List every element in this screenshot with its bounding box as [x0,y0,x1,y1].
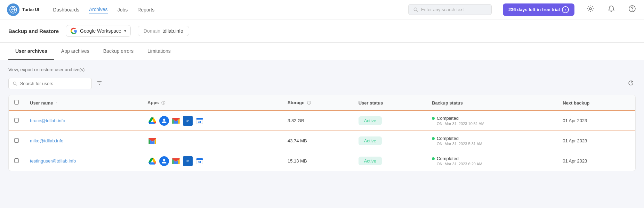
nav-jobs[interactable]: Jobs [118,6,128,14]
google-drive-icon-3 [147,156,157,166]
logo-area: Turbo UI [7,3,39,16]
storage-1: 3.82 GB [282,111,353,131]
help-button[interactable] [627,4,637,15]
search-placeholder: Enter any search text [421,7,464,12]
svg-point-3 [414,8,417,11]
google-slides-icon-3 [183,156,193,166]
next-backup-3: 01 Apr 2023 [557,151,635,171]
filter-icon [97,80,102,86]
google-contacts-icon [159,116,169,126]
sort-arrow-icon: ↑ [55,101,57,105]
workspace-chevron-icon: ▾ [124,28,126,33]
svg-line-9 [16,84,17,85]
backup-status-2: Completed ON: Mar 31, 2023 5:31 AM [432,136,552,146]
user-email-1[interactable]: bruce@tdllab.info [30,118,65,123]
upgrade-arrow-icon: ↑ [562,6,569,13]
svg-text:31: 31 [198,120,201,124]
backup-status-label-2: Completed [437,136,459,141]
google-drive-icon [147,116,157,126]
domain-value: tdllab.info [162,28,183,34]
google-calendar-icon-3: 31 [195,156,204,166]
bell-icon [608,5,615,12]
svg-point-7 [632,10,633,11]
backup-dot-icon-2 [432,137,435,140]
backup-dot-icon-3 [432,157,435,160]
tab-user-archives[interactable]: User archives [8,43,54,60]
google-logo [70,27,77,34]
content-subtitle: View, export or restore user archive(s) [8,67,636,72]
nav-archives[interactable]: Archives [89,5,108,14]
top-navigation: Turbo UI Dashboards Archives Jobs Report… [0,0,644,19]
trial-label: 236 days left in free trial [508,7,560,12]
next-backup-1: 01 Apr 2023 [557,111,635,131]
tab-limitations[interactable]: Limitations [140,43,178,60]
google-slides-icon [183,116,193,126]
table-row: bruce@tdllab.info [9,111,635,131]
tab-app-archives[interactable]: App archives [54,43,96,60]
row-checkbox-1[interactable] [14,118,19,123]
help-icon [629,5,636,12]
app-name: Turbo UI [22,7,39,12]
apps-list-1: 31 [147,116,276,126]
col-user-status: User status [353,95,426,111]
col-backup-status: Backup status [426,95,557,111]
backup-date-3: ON: Mar 31, 2023 6:29 AM [437,162,552,166]
backup-date-1: ON: Mar 31, 2023 10:51 AM [437,122,552,126]
nav-reports[interactable]: Reports [137,6,154,14]
nav-links: Dashboards Archives Jobs Reports [53,5,154,14]
backup-status-1: Completed ON: Mar 31, 2023 10:51 AM [432,116,552,126]
workspace-name: Google Workspace [80,28,121,34]
col-next-backup: Next backup [557,95,635,111]
col-apps: Apps ⓘ [142,95,282,111]
apps-info-icon[interactable]: ⓘ [161,101,165,105]
row-checkbox-2[interactable] [14,138,19,143]
settings-button[interactable] [586,4,595,15]
user-status-3: Active [359,157,382,165]
backup-restore-label: Backup and Restore [8,28,59,34]
backup-status-3: Completed ON: Mar 31, 2023 6:29 AM [432,156,552,166]
svg-rect-24 [187,161,188,162]
table-row: mike@tdllab.info [9,131,635,151]
users-table: User name ↑ Apps ⓘ Storage ⓘ User status… [8,95,636,171]
svg-point-5 [589,8,591,10]
svg-point-8 [13,82,16,84]
domain-box: Domaintdllab.info [138,26,189,36]
apps-list-2 [147,136,276,146]
refresh-button[interactable] [626,78,636,89]
global-search[interactable]: Enter any search text [408,4,492,15]
backup-status-label-1: Completed [437,116,459,121]
nav-dashboards[interactable]: Dashboards [53,6,79,14]
table-header-row: User name ↑ Apps ⓘ Storage ⓘ User status… [9,95,635,111]
svg-rect-14 [187,120,189,120]
backup-status-label-3: Completed [437,156,459,161]
gmail-icon-3 [171,156,181,166]
search-icon [13,81,17,86]
backup-dot-icon-1 [432,117,435,120]
user-status-2: Active [359,136,382,145]
storage-info-icon[interactable]: ⓘ [307,101,311,105]
google-contacts-icon-3 [159,156,169,166]
user-search-input-wrap[interactable] [8,78,92,89]
workspace-selector[interactable]: Google Workspace ▾ [66,25,131,37]
user-email-3[interactable]: testinguser@tdllab.info [30,158,76,164]
gmail-icon-2 [147,136,157,146]
tab-backup-errors[interactable]: Backup errors [96,43,140,60]
tabs-section: User archives App archives Backup errors… [0,43,644,60]
search-input[interactable] [20,81,87,86]
user-status-1: Active [359,116,382,125]
col-username: User name ↑ [24,95,142,111]
google-calendar-icon: 31 [195,116,204,126]
trial-button[interactable]: 236 days left in free trial ↑ [503,3,574,16]
svg-rect-19 [196,119,203,119]
notifications-button[interactable] [606,4,616,15]
user-email-2[interactable]: mike@tdllab.info [30,138,63,143]
filter-button[interactable] [95,78,104,89]
apps-list-3: 31 [147,156,276,166]
svg-rect-16 [187,121,188,122]
row-checkbox-3[interactable] [14,158,19,163]
logo-icon [7,3,19,16]
gear-icon [587,5,594,12]
next-backup-2: 01 Apr 2023 [557,131,635,151]
select-all-checkbox[interactable] [14,100,19,105]
svg-rect-23 [187,161,189,161]
